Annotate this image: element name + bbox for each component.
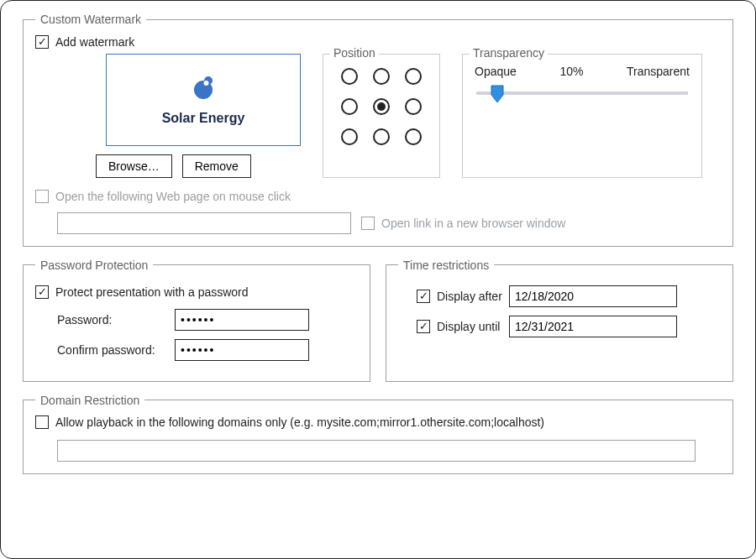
input-domains[interactable] <box>57 440 696 462</box>
checkbox-open-web-page[interactable]: Open the following Web page on mouse cli… <box>35 190 291 203</box>
position-grid <box>332 65 431 149</box>
browse-button[interactable]: Browse… <box>96 154 172 178</box>
label-display-after: Display after <box>437 290 502 303</box>
input-password[interactable] <box>175 309 309 331</box>
check-icon <box>35 285 49 299</box>
remove-button[interactable]: Remove <box>182 154 251 178</box>
label-open-new-window: Open link in a new browser window <box>381 217 565 230</box>
input-confirm-password[interactable] <box>175 339 309 361</box>
transparency-slider[interactable] <box>476 91 688 95</box>
checkbox-protect-password[interactable]: Protect presentation with a password <box>35 285 249 299</box>
checkbox-icon <box>35 415 49 429</box>
check-icon <box>417 320 430 333</box>
group-position: Position <box>323 54 440 178</box>
position-radio-middle-center[interactable] <box>373 98 390 115</box>
label-protect-password: Protect presentation with a password <box>55 285 249 299</box>
position-radio-middle-left[interactable] <box>341 98 358 115</box>
position-radio-bottom-left[interactable] <box>341 128 358 145</box>
position-radio-top-left[interactable] <box>341 68 358 85</box>
logo-icon <box>189 73 218 104</box>
position-radio-bottom-right[interactable] <box>405 128 422 145</box>
label-open-web-page: Open the following Web page on mouse cli… <box>55 190 291 203</box>
label-confirm-password: Confirm password: <box>57 343 175 357</box>
label-allow-domains: Allow playback in the following domains … <box>55 415 544 429</box>
group-password-protection: Password Protection Protect presentation… <box>23 259 370 382</box>
checkbox-add-watermark[interactable]: Add watermark <box>35 35 134 49</box>
check-icon <box>35 35 49 49</box>
watermark-preview-text: Solar Energy <box>162 111 245 126</box>
position-radio-bottom-center[interactable] <box>373 128 390 145</box>
position-radio-middle-right[interactable] <box>405 98 422 115</box>
label-transparency-value: 10% <box>559 65 583 78</box>
input-display-until[interactable] <box>509 316 677 337</box>
checkbox-display-after[interactable]: Display after <box>417 290 502 303</box>
watermark-preview[interactable]: Solar Energy <box>106 54 301 146</box>
checkbox-display-until[interactable]: Display until <box>417 320 500 333</box>
checkbox-open-new-window[interactable]: Open link in a new browser window <box>361 217 565 230</box>
legend-custom-watermark: Custom Watermark <box>35 13 146 26</box>
label-display-until: Display until <box>437 320 500 333</box>
settings-panel: Custom Watermark Add watermark Solar Ene… <box>0 0 756 559</box>
legend-time: Time restrictions <box>398 259 494 272</box>
checkbox-allow-domains[interactable]: Allow playback in the following domains … <box>35 415 544 429</box>
slider-thumb-icon[interactable] <box>490 85 505 103</box>
legend-domain: Domain Restriction <box>35 394 144 407</box>
label-add-watermark: Add watermark <box>55 35 134 49</box>
checkbox-icon <box>35 190 49 203</box>
label-transparent: Transparent <box>627 65 690 78</box>
label-opaque: Opaque <box>475 65 517 78</box>
legend-transparency: Transparency <box>470 46 548 60</box>
input-web-url[interactable] <box>57 212 351 234</box>
group-domain-restriction: Domain Restriction Allow playback in the… <box>23 394 733 474</box>
svg-point-2 <box>204 81 209 86</box>
checkbox-icon <box>361 217 375 230</box>
position-radio-top-center[interactable] <box>373 68 390 85</box>
input-display-after[interactable] <box>509 285 677 307</box>
legend-password: Password Protection <box>35 259 153 272</box>
group-transparency: Transparency Opaque 10% Transparent <box>462 54 702 178</box>
legend-position: Position <box>330 46 379 60</box>
position-radio-top-right[interactable] <box>405 68 422 85</box>
group-custom-watermark: Custom Watermark Add watermark Solar Ene… <box>23 13 733 247</box>
label-password: Password: <box>57 313 175 327</box>
check-icon <box>417 290 430 303</box>
group-time-restrictions: Time restrictions Display after Display … <box>386 259 733 382</box>
